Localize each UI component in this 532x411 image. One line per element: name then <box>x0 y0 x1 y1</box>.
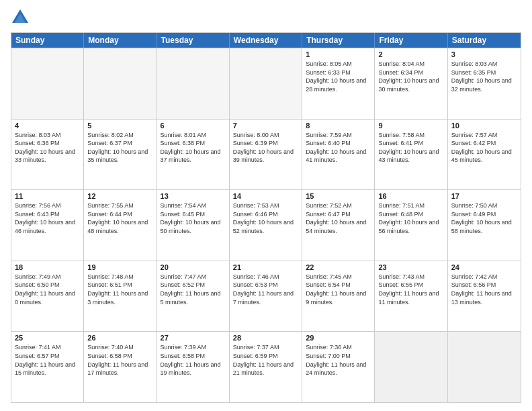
calendar-header: SundayMondayTuesdayWednesdayThursdayFrid… <box>11 33 521 48</box>
day-number: 25 <box>15 334 80 342</box>
header-day-friday: Friday <box>375 33 447 48</box>
header-day-sunday: Sunday <box>11 33 84 48</box>
page: SundayMondayTuesdayWednesdayThursdayFrid… <box>0 0 532 411</box>
day-cell-25: 25Sunrise: 7:41 AM Sunset: 6:57 PM Dayli… <box>11 332 84 402</box>
day-info: Sunrise: 7:58 AM Sunset: 6:41 PM Dayligh… <box>378 131 443 165</box>
header-day-monday: Monday <box>84 33 157 48</box>
day-cell-13: 13Sunrise: 7:54 AM Sunset: 6:45 PM Dayli… <box>157 190 230 261</box>
calendar-row-2: 11Sunrise: 7:56 AM Sunset: 6:43 PM Dayli… <box>11 189 521 261</box>
empty-cell-4-6 <box>448 332 521 402</box>
day-cell-17: 17Sunrise: 7:50 AM Sunset: 6:49 PM Dayli… <box>448 190 521 261</box>
calendar-row-1: 4Sunrise: 8:03 AM Sunset: 6:36 PM Daylig… <box>11 119 521 190</box>
logo <box>11 8 32 27</box>
day-number: 5 <box>87 122 152 130</box>
day-info: Sunrise: 8:04 AM Sunset: 6:34 PM Dayligh… <box>378 60 443 93</box>
header <box>11 8 521 27</box>
calendar-body: 1Sunrise: 8:05 AM Sunset: 6:33 PM Daylig… <box>11 48 521 402</box>
day-number: 29 <box>306 334 371 342</box>
day-info: Sunrise: 7:36 AM Sunset: 7:00 PM Dayligh… <box>306 343 371 377</box>
header-day-wednesday: Wednesday <box>230 33 302 48</box>
day-info: Sunrise: 7:56 AM Sunset: 6:43 PM Dayligh… <box>15 201 80 235</box>
day-info: Sunrise: 8:03 AM Sunset: 6:35 PM Dayligh… <box>451 60 517 93</box>
day-info: Sunrise: 7:43 AM Sunset: 6:55 PM Dayligh… <box>378 273 443 306</box>
calendar: SundayMondayTuesdayWednesdayThursdayFrid… <box>11 32 521 403</box>
day-number: 24 <box>451 263 517 271</box>
day-number: 11 <box>15 192 80 200</box>
day-info: Sunrise: 7:51 AM Sunset: 6:48 PM Dayligh… <box>378 201 443 235</box>
day-number: 13 <box>161 192 226 200</box>
day-cell-14: 14Sunrise: 7:53 AM Sunset: 6:46 PM Dayli… <box>230 190 302 261</box>
day-info: Sunrise: 7:40 AM Sunset: 6:58 PM Dayligh… <box>87 343 152 377</box>
day-info: Sunrise: 7:57 AM Sunset: 6:42 PM Dayligh… <box>451 131 517 165</box>
day-number: 2 <box>378 50 443 58</box>
day-info: Sunrise: 7:39 AM Sunset: 6:58 PM Dayligh… <box>161 343 226 377</box>
day-number: 17 <box>451 192 517 200</box>
day-cell-22: 22Sunrise: 7:45 AM Sunset: 6:54 PM Dayli… <box>302 261 375 332</box>
day-cell-7: 7Sunrise: 8:00 AM Sunset: 6:39 PM Daylig… <box>230 120 302 190</box>
day-cell-12: 12Sunrise: 7:55 AM Sunset: 6:44 PM Dayli… <box>84 190 157 261</box>
empty-cell-4-5 <box>375 332 447 402</box>
day-info: Sunrise: 7:50 AM Sunset: 6:49 PM Dayligh… <box>451 201 517 235</box>
day-info: Sunrise: 7:49 AM Sunset: 6:50 PM Dayligh… <box>15 273 80 306</box>
empty-cell-0-3 <box>230 48 302 119</box>
calendar-row-4: 25Sunrise: 7:41 AM Sunset: 6:57 PM Dayli… <box>11 331 521 402</box>
day-info: Sunrise: 8:05 AM Sunset: 6:33 PM Dayligh… <box>306 60 371 93</box>
day-number: 20 <box>161 263 226 271</box>
day-info: Sunrise: 7:46 AM Sunset: 6:53 PM Dayligh… <box>233 273 298 306</box>
day-number: 26 <box>87 334 152 342</box>
day-info: Sunrise: 7:59 AM Sunset: 6:40 PM Dayligh… <box>306 131 371 165</box>
day-number: 28 <box>233 334 298 342</box>
day-number: 15 <box>306 192 371 200</box>
empty-cell-0-0 <box>11 48 84 119</box>
day-cell-21: 21Sunrise: 7:46 AM Sunset: 6:53 PM Dayli… <box>230 261 302 332</box>
day-cell-2: 2Sunrise: 8:04 AM Sunset: 6:34 PM Daylig… <box>375 48 447 119</box>
day-info: Sunrise: 8:00 AM Sunset: 6:39 PM Dayligh… <box>233 131 298 165</box>
day-info: Sunrise: 7:55 AM Sunset: 6:44 PM Dayligh… <box>87 201 152 235</box>
header-day-saturday: Saturday <box>448 33 521 48</box>
day-cell-10: 10Sunrise: 7:57 AM Sunset: 6:42 PM Dayli… <box>448 120 521 190</box>
day-cell-6: 6Sunrise: 8:01 AM Sunset: 6:38 PM Daylig… <box>157 120 230 190</box>
day-cell-8: 8Sunrise: 7:59 AM Sunset: 6:40 PM Daylig… <box>302 120 375 190</box>
day-cell-20: 20Sunrise: 7:47 AM Sunset: 6:52 PM Dayli… <box>157 261 230 332</box>
empty-cell-0-1 <box>84 48 157 119</box>
day-info: Sunrise: 7:54 AM Sunset: 6:45 PM Dayligh… <box>161 201 226 235</box>
day-info: Sunrise: 7:41 AM Sunset: 6:57 PM Dayligh… <box>15 343 80 377</box>
day-number: 10 <box>451 122 517 130</box>
day-number: 7 <box>233 122 298 130</box>
header-day-thursday: Thursday <box>302 33 375 48</box>
day-info: Sunrise: 7:42 AM Sunset: 6:56 PM Dayligh… <box>451 273 517 306</box>
day-cell-27: 27Sunrise: 7:39 AM Sunset: 6:58 PM Dayli… <box>157 332 230 402</box>
day-number: 6 <box>161 122 226 130</box>
day-number: 8 <box>306 122 371 130</box>
day-number: 21 <box>233 263 298 271</box>
day-number: 27 <box>161 334 226 342</box>
calendar-row-0: 1Sunrise: 8:05 AM Sunset: 6:33 PM Daylig… <box>11 48 521 119</box>
day-info: Sunrise: 8:03 AM Sunset: 6:36 PM Dayligh… <box>15 131 80 165</box>
day-info: Sunrise: 7:53 AM Sunset: 6:46 PM Dayligh… <box>233 201 298 235</box>
day-number: 3 <box>451 50 517 58</box>
day-info: Sunrise: 8:02 AM Sunset: 6:37 PM Dayligh… <box>87 131 152 165</box>
day-number: 19 <box>87 263 152 271</box>
day-cell-23: 23Sunrise: 7:43 AM Sunset: 6:55 PM Dayli… <box>375 261 447 332</box>
day-info: Sunrise: 7:37 AM Sunset: 6:59 PM Dayligh… <box>233 343 298 377</box>
day-number: 1 <box>306 50 371 58</box>
day-cell-16: 16Sunrise: 7:51 AM Sunset: 6:48 PM Dayli… <box>375 190 447 261</box>
day-cell-1: 1Sunrise: 8:05 AM Sunset: 6:33 PM Daylig… <box>302 48 375 119</box>
day-cell-4: 4Sunrise: 8:03 AM Sunset: 6:36 PM Daylig… <box>11 120 84 190</box>
day-info: Sunrise: 7:48 AM Sunset: 6:51 PM Dayligh… <box>87 273 152 306</box>
calendar-row-3: 18Sunrise: 7:49 AM Sunset: 6:50 PM Dayli… <box>11 261 521 332</box>
day-number: 18 <box>15 263 80 271</box>
day-info: Sunrise: 8:01 AM Sunset: 6:38 PM Dayligh… <box>161 131 226 165</box>
day-cell-29: 29Sunrise: 7:36 AM Sunset: 7:00 PM Dayli… <box>302 332 375 402</box>
day-cell-24: 24Sunrise: 7:42 AM Sunset: 6:56 PM Dayli… <box>448 261 521 332</box>
day-info: Sunrise: 7:45 AM Sunset: 6:54 PM Dayligh… <box>306 273 371 306</box>
day-number: 4 <box>15 122 80 130</box>
day-info: Sunrise: 7:52 AM Sunset: 6:47 PM Dayligh… <box>306 201 371 235</box>
day-cell-9: 9Sunrise: 7:58 AM Sunset: 6:41 PM Daylig… <box>375 120 447 190</box>
day-cell-19: 19Sunrise: 7:48 AM Sunset: 6:51 PM Dayli… <box>84 261 157 332</box>
day-number: 22 <box>306 263 371 271</box>
day-cell-3: 3Sunrise: 8:03 AM Sunset: 6:35 PM Daylig… <box>448 48 521 119</box>
day-cell-18: 18Sunrise: 7:49 AM Sunset: 6:50 PM Dayli… <box>11 261 84 332</box>
day-number: 23 <box>378 263 443 271</box>
logo-icon <box>11 8 30 27</box>
